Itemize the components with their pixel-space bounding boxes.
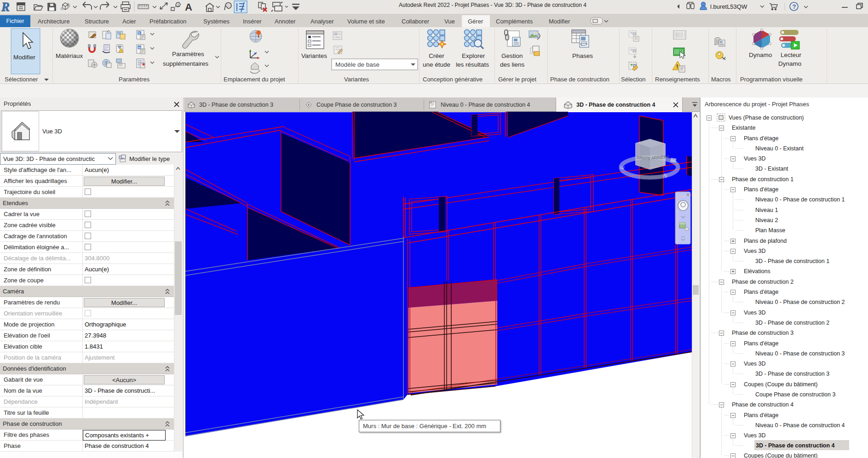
svg-text:une étude: une étude	[423, 61, 450, 68]
svg-text:Modifier: Modifier	[13, 54, 36, 61]
svg-text:Créer: Créer	[429, 52, 444, 59]
svg-text:?: ?	[793, 3, 796, 10]
svg-text:1: 1	[177, 3, 179, 7]
svg-text:supplémentaires: supplémentaires	[163, 60, 208, 67]
svg-text:des liens: des liens	[500, 61, 525, 68]
svg-text:Matériaux: Matériaux	[56, 52, 83, 59]
svg-text:A: A	[185, 1, 192, 13]
svg-text:Phases: Phases	[572, 52, 593, 59]
svg-text:Variantes: Variantes	[301, 52, 327, 59]
svg-text:5: 5	[138, 31, 140, 35]
svg-text:Dynamo: Dynamo	[749, 52, 772, 58]
svg-text:R: R	[1, 0, 10, 14]
svg-text:Lecteur: Lecteur	[781, 52, 802, 58]
svg-text:Explorer: Explorer	[462, 52, 485, 59]
svg-text:Paramètres: Paramètres	[172, 51, 204, 57]
svg-text:Modèle de base: Modèle de base	[335, 61, 379, 68]
svg-text:Dynamo: Dynamo	[778, 60, 801, 67]
svg-text:!: !	[676, 63, 678, 70]
svg-text:Gestion: Gestion	[501, 52, 523, 59]
svg-text:l.buretL53QW: l.buretL53QW	[710, 3, 747, 10]
svg-text:les résultats: les résultats	[456, 61, 489, 68]
